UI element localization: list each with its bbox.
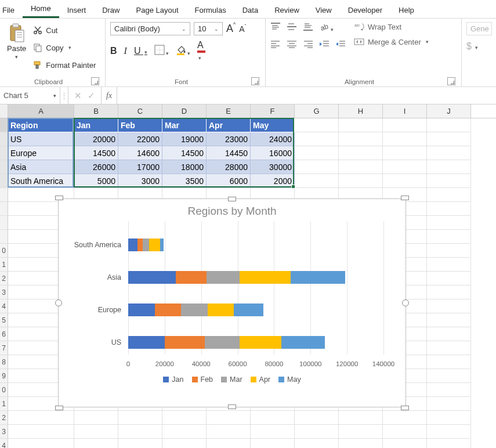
cell[interactable] [295, 132, 339, 146]
increase-font-size-button[interactable]: A^ [226, 23, 236, 35]
font-name-select[interactable]: Calibri (Body) ⌄ [110, 22, 190, 35]
cell[interactable] [427, 355, 471, 369]
row-header[interactable] [0, 230, 8, 244]
cell[interactable]: 26000 [74, 160, 118, 174]
cell[interactable] [339, 411, 383, 425]
cell[interactable]: Europe [8, 146, 74, 160]
cell[interactable] [162, 425, 207, 439]
cell[interactable] [383, 425, 427, 439]
cell[interactable] [427, 313, 471, 327]
tab-insert[interactable]: Insert [59, 2, 95, 18]
tab-formulas[interactable]: Formulas [187, 2, 234, 18]
column-header-J[interactable]: J [427, 104, 471, 118]
cell[interactable]: 16000 [251, 146, 295, 160]
column-header-I[interactable]: I [383, 104, 427, 118]
tab-data[interactable]: Data [234, 2, 266, 18]
cell[interactable]: 22000 [118, 132, 162, 146]
column-header-A[interactable]: A [8, 104, 74, 118]
row-header[interactable] [0, 132, 8, 146]
row-header[interactable]: 8 [0, 355, 8, 369]
row-header[interactable]: 7 [0, 341, 8, 355]
cell[interactable] [118, 411, 162, 425]
cell[interactable] [427, 439, 471, 448]
cell[interactable] [8, 439, 74, 448]
chart-legend-item[interactable]: Jan [163, 375, 183, 384]
cell[interactable]: Apr [207, 118, 251, 132]
cell[interactable] [339, 132, 383, 146]
cell[interactable] [339, 160, 383, 174]
cell[interactable] [427, 258, 471, 272]
cell[interactable] [427, 188, 471, 202]
column-header-D[interactable]: D [162, 104, 207, 118]
cell[interactable] [427, 118, 471, 132]
cell[interactable]: US [8, 132, 74, 146]
row-header[interactable] [0, 160, 8, 174]
dialog-launcher-font[interactable] [251, 77, 259, 85]
chart-resize-handle[interactable] [402, 299, 409, 306]
cell[interactable] [427, 216, 471, 230]
chart-plot-area[interactable]: 020000400006000080000100000120000140000S… [128, 221, 388, 372]
format-painter-button[interactable]: Format Painter [33, 58, 96, 72]
row-header[interactable] [0, 216, 8, 230]
cell[interactable] [74, 425, 118, 439]
cell[interactable] [427, 244, 471, 258]
cell[interactable] [427, 230, 471, 244]
chart-bar[interactable] [128, 271, 345, 284]
chart-legend-item[interactable]: Apr [251, 375, 270, 384]
cell[interactable] [383, 411, 427, 425]
cell[interactable] [74, 439, 118, 448]
row-header[interactable]: 5 [0, 313, 8, 327]
cell[interactable] [427, 397, 471, 411]
cell[interactable] [295, 146, 339, 160]
chart-bar[interactable] [128, 239, 164, 251]
cell[interactable] [427, 146, 471, 160]
align-center-button[interactable] [287, 40, 297, 50]
cell[interactable]: 18000 [162, 160, 207, 174]
font-size-select[interactable]: 10 ⌄ [194, 22, 223, 35]
cell[interactable]: Feb [118, 118, 162, 132]
align-right-button[interactable] [303, 40, 313, 50]
tab-review[interactable]: Review [266, 2, 307, 18]
chart-legend[interactable]: JanFebMarAprMay [59, 372, 406, 389]
chart-resize-handle[interactable] [55, 406, 63, 410]
tab-help[interactable]: Help [390, 2, 422, 18]
chart-bar[interactable] [128, 336, 325, 349]
cell[interactable]: Asia [8, 160, 74, 174]
cell[interactable] [295, 425, 339, 439]
fx-label[interactable]: fx [102, 87, 117, 104]
cell[interactable] [74, 411, 118, 425]
tab-file[interactable]: File [2, 2, 23, 18]
cell[interactable]: 3000 [118, 174, 162, 188]
cell[interactable]: 14450 [207, 146, 251, 160]
bold-button[interactable]: B [110, 46, 117, 56]
cell[interactable] [251, 439, 295, 448]
cell[interactable] [295, 160, 339, 174]
cell[interactable] [339, 425, 383, 439]
cell[interactable]: 17000 [118, 160, 162, 174]
column-header-G[interactable]: G [295, 104, 339, 118]
italic-button[interactable]: I [124, 46, 127, 56]
cell[interactable]: 6000 [207, 174, 251, 188]
cell[interactable] [207, 411, 251, 425]
cell[interactable] [427, 286, 471, 299]
cell[interactable]: South America [8, 174, 74, 188]
cell[interactable]: 30000 [251, 160, 295, 174]
cell[interactable] [383, 132, 427, 146]
cell[interactable] [162, 439, 207, 448]
name-box[interactable]: Chart 5 ▾ [0, 87, 60, 104]
accounting-format-button[interactable]: $ ▾ [466, 41, 491, 52]
row-header[interactable]: 1 [0, 258, 8, 272]
cell[interactable] [427, 411, 471, 425]
cell[interactable] [339, 439, 383, 448]
cell[interactable] [295, 118, 339, 132]
cell[interactable]: May [251, 118, 295, 132]
row-header[interactable]: 9 [0, 369, 8, 383]
row-header[interactable] [0, 118, 8, 132]
cell[interactable] [427, 132, 471, 146]
cell[interactable] [383, 439, 427, 448]
cell[interactable]: 20000 [74, 132, 118, 146]
cell[interactable]: Region [8, 118, 74, 132]
font-color-button[interactable]: A▾ [197, 40, 205, 62]
cell[interactable]: 19000 [162, 132, 207, 146]
cell[interactable] [427, 160, 471, 174]
